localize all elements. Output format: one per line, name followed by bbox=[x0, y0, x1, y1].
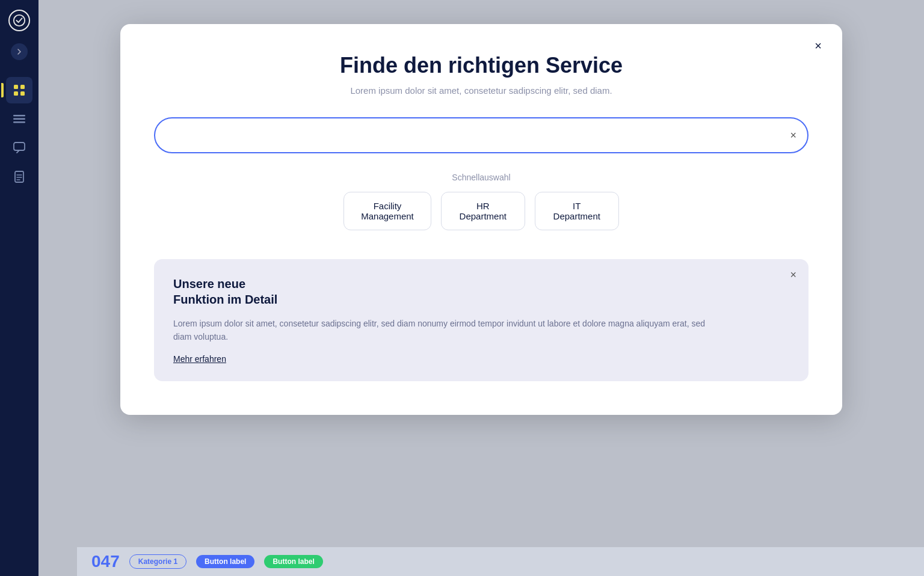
svg-rect-6 bbox=[13, 118, 25, 120]
svg-rect-7 bbox=[13, 121, 25, 123]
sidebar-navigation bbox=[0, 77, 38, 190]
modal-overlay: × Finde den richtigen Service Lorem ipsu… bbox=[38, 0, 924, 576]
sidebar-item-list[interactable] bbox=[6, 106, 32, 132]
sidebar-item-document[interactable] bbox=[6, 164, 32, 190]
bottom-badge-btn1[interactable]: Button label bbox=[196, 555, 254, 568]
chip-facility[interactable]: FacilityManagement bbox=[343, 192, 431, 230]
svg-rect-3 bbox=[14, 91, 18, 96]
sidebar-item-chat[interactable] bbox=[6, 135, 32, 161]
svg-rect-8 bbox=[14, 142, 25, 150]
modal-close-button[interactable]: × bbox=[808, 36, 828, 55]
sidebar-logo bbox=[8, 10, 30, 31]
info-card-close-button[interactable]: × bbox=[790, 269, 796, 281]
quick-select-label: Schnellauswahl bbox=[154, 173, 808, 182]
svg-rect-9 bbox=[15, 171, 23, 182]
main-area: × Finde den richtigen Service Lorem ipsu… bbox=[38, 0, 924, 576]
bottom-number: 047 bbox=[91, 552, 120, 571]
info-card: × Unsere neueFunktion im Detail Lorem ip… bbox=[154, 259, 808, 381]
svg-point-0 bbox=[14, 15, 25, 26]
bottom-badge-kategorie[interactable]: Kategorie 1 bbox=[129, 554, 186, 569]
sidebar-item-dashboard[interactable] bbox=[6, 77, 32, 103]
search-input[interactable] bbox=[154, 117, 808, 153]
modal-subtitle: Lorem ipsum dolor sit amet, consetetur s… bbox=[154, 85, 808, 96]
bottom-badge-btn2[interactable]: Button label bbox=[264, 555, 322, 568]
sidebar-expand-button[interactable] bbox=[11, 43, 28, 60]
bottom-bar: 047 Kategorie 1 Button label Button labe… bbox=[77, 547, 924, 576]
chip-it[interactable]: ITDepartment bbox=[535, 192, 619, 230]
svg-rect-4 bbox=[20, 91, 25, 96]
svg-rect-1 bbox=[14, 85, 18, 89]
info-card-title: Unsere neueFunktion im Detail bbox=[173, 276, 789, 307]
svg-rect-2 bbox=[20, 85, 25, 89]
svg-rect-5 bbox=[13, 115, 25, 117]
quick-select-chips: FacilityManagement HRDepartment ITDepart… bbox=[154, 192, 808, 230]
chip-hr[interactable]: HRDepartment bbox=[441, 192, 525, 230]
modal-title: Finde den richtigen Service bbox=[154, 53, 808, 78]
sidebar bbox=[0, 0, 38, 576]
info-card-text: Lorem ipsum dolor sit amet, consetetur s… bbox=[173, 317, 715, 344]
search-clear-button[interactable]: × bbox=[790, 129, 796, 142]
info-card-link[interactable]: Mehr erfahren bbox=[173, 354, 226, 364]
search-wrapper: × bbox=[154, 117, 808, 153]
service-finder-modal: × Finde den richtigen Service Lorem ipsu… bbox=[120, 24, 842, 415]
